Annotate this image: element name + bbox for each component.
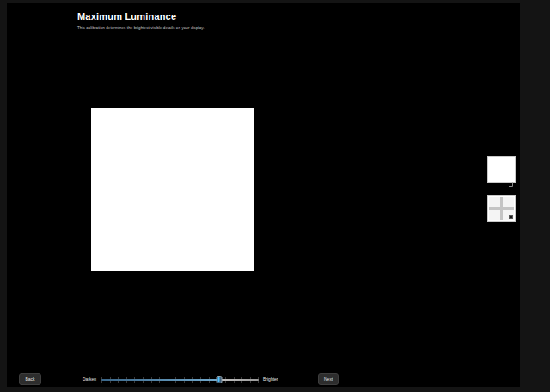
expand-corner-icon <box>508 176 513 181</box>
pattern-thumb-grid[interactable] <box>487 195 516 222</box>
slider-max-label: Brighter <box>263 377 278 382</box>
pattern-thumb-solid-white[interactable] <box>487 156 516 183</box>
luminance-test-patch <box>91 108 254 271</box>
hdr-calibration-window: Maximum Luminance This calibration deter… <box>7 3 520 387</box>
slider-track-rest[interactable] <box>219 379 259 381</box>
slider-min-label: Darken <box>82 377 96 382</box>
slider-thumb[interactable] <box>216 376 222 383</box>
page-title: Maximum Luminance <box>77 11 176 21</box>
dark-badge-icon <box>509 215 513 219</box>
screen: Maximum Luminance This calibration deter… <box>0 0 550 392</box>
luminance-slider[interactable] <box>101 374 259 384</box>
next-button[interactable]: Next <box>318 373 339 385</box>
back-button[interactable]: Back <box>19 373 41 385</box>
slider-track-filled[interactable] <box>101 379 219 381</box>
page-subtitle: This calibration determines the brightes… <box>77 26 205 30</box>
